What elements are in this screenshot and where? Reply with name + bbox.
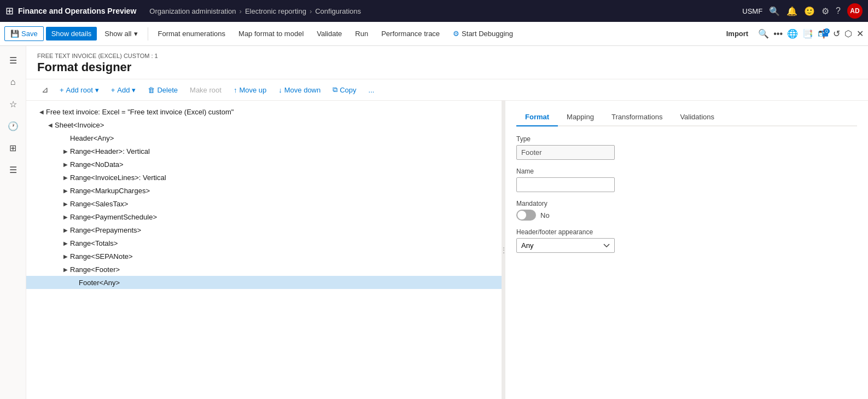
tab-mapping[interactable]: Mapping — [558, 109, 603, 126]
tree-item-range-prepayments[interactable]: ▶ Range<Prepayments> — [26, 223, 502, 236]
tree-item-range-paymentschedule[interactable]: ▶ Range<PaymentSchedule> — [26, 210, 502, 223]
root-toggle[interactable]: ◀ — [37, 107, 46, 116]
more-button[interactable]: ... — [363, 84, 380, 96]
show-details-button[interactable]: Show details — [46, 27, 97, 41]
range-markupcharges-toggle[interactable]: ▶ — [61, 186, 70, 195]
tab-transformations[interactable]: Transformations — [603, 109, 671, 126]
mandatory-value: No — [540, 211, 550, 219]
props-panel: Format Mapping Transformations Validatio… — [505, 101, 868, 399]
tree-item-header-any[interactable]: ▶ Header<Any> — [26, 131, 502, 144]
mandatory-toggle[interactable] — [516, 210, 536, 221]
range-totals-toggle[interactable]: ▶ — [61, 239, 70, 247]
tree-item-footer-any[interactable]: ▶ Footer<Any> — [26, 276, 502, 289]
tree-item-range-nodata[interactable]: ▶ Range<NoData> — [26, 158, 502, 171]
tab-format[interactable]: Format — [516, 109, 558, 126]
range-salestax-toggle[interactable]: ▶ — [61, 199, 70, 208]
header-footer-label: Header/footer appearance — [516, 228, 857, 236]
ribbon-close-icon[interactable]: ✕ — [857, 28, 864, 39]
topbar: ⊞ Finance and Operations Preview Organiz… — [0, 0, 868, 22]
map-format-button[interactable]: Map format to model — [233, 27, 309, 41]
ribbon-more-icon[interactable]: ••• — [773, 29, 783, 39]
nav-workspaces[interactable]: ⊞ — [3, 138, 23, 158]
ribbon-badge-icon[interactable]: 📬0 — [818, 28, 829, 39]
mandatory-field: Mandatory No — [516, 200, 857, 221]
notification-icon[interactable]: 🔔 — [787, 6, 797, 16]
copy-icon: ⧉ — [333, 85, 337, 94]
type-field: Type — [516, 135, 857, 160]
tab-validations[interactable]: Validations — [671, 109, 723, 126]
sheet-label: Sheet<Invoice> — [55, 121, 104, 129]
user-org: USMF — [742, 7, 762, 15]
import-button[interactable]: Import — [721, 27, 754, 41]
delete-icon: 🗑 — [148, 86, 155, 94]
tree-item-range-salestax[interactable]: ▶ Range<SalesTax> — [26, 197, 502, 210]
nav-home[interactable]: ⌂ — [3, 72, 23, 92]
run-button[interactable]: Run — [349, 27, 374, 41]
range-nodata-toggle[interactable]: ▶ — [61, 160, 70, 169]
range-footer-toggle[interactable]: ▶ — [61, 265, 70, 274]
emoji-icon[interactable]: 🙂 — [804, 6, 815, 16]
settings-icon[interactable]: ⚙ — [822, 6, 829, 16]
mandatory-toggle-row: No — [516, 210, 857, 221]
tree-item-range-totals[interactable]: ▶ Range<Totals> — [26, 236, 502, 250]
tree-item-range-footer[interactable]: ▶ Range<Footer> — [26, 263, 502, 276]
avatar[interactable]: AD — [847, 3, 863, 19]
search-icon[interactable]: 🔍 — [769, 6, 780, 16]
page-subtitle: FREE TEXT INVOICE (EXCEL) CUSTOM : 1 — [37, 53, 857, 59]
filter-icon[interactable]: ⊿ — [37, 83, 53, 97]
show-all-button[interactable]: Show all ▾ — [99, 27, 143, 41]
nav-list[interactable]: ☰ — [3, 160, 23, 180]
range-paymentschedule-toggle[interactable]: ▶ — [61, 212, 70, 221]
validate-button[interactable]: Validate — [311, 27, 347, 41]
copy-button[interactable]: ⧉ Copy — [327, 83, 362, 96]
tree-item-range-markupcharges[interactable]: ▶ Range<MarkupCharges> — [26, 184, 502, 197]
tree-item-sheet[interactable]: ◀ Sheet<Invoice> — [26, 118, 502, 131]
split-content: ◀ Free text invoice: Excel = "Free text … — [26, 101, 868, 399]
app-brand: Finance and Operations Preview — [18, 7, 136, 15]
range-prepayments-toggle[interactable]: ▶ — [61, 225, 70, 234]
save-button[interactable]: 💾 Save — [4, 26, 44, 41]
format-enumerations-button[interactable]: Format enumerations — [153, 27, 231, 41]
ribbon-bookmark-icon[interactable]: 📑 — [802, 28, 813, 39]
move-up-icon: ↑ — [234, 86, 237, 94]
ribbon-separator-1 — [148, 27, 148, 41]
help-icon[interactable]: ? — [836, 6, 841, 16]
ribbon-refresh-icon[interactable]: ↺ — [833, 28, 840, 39]
move-up-button[interactable]: ↑ Move up — [228, 84, 272, 96]
range-prepayments-label: Range<Prepayments> — [70, 226, 141, 234]
ribbon-open-icon[interactable]: ⬡ — [844, 28, 852, 39]
nav-hamburger[interactable]: ☰ — [3, 50, 23, 70]
performance-trace-button[interactable]: Performance trace — [376, 27, 445, 41]
header-footer-select[interactable]: Any First Last Even Odd — [516, 238, 615, 253]
tree-item-range-invoicelines[interactable]: ▶ Range<InvoiceLines>: Vertical — [26, 171, 502, 184]
tree-item-range-header[interactable]: ▶ Range<Header>: Vertical — [26, 144, 502, 158]
chevron-root: ▾ — [95, 86, 99, 94]
range-sepanote-toggle[interactable]: ▶ — [61, 252, 70, 261]
type-label: Type — [516, 135, 857, 143]
tree-item-range-sepanote[interactable]: ▶ Range<SEPANote> — [26, 250, 502, 263]
breadcrumb-org[interactable]: Organization administration — [149, 7, 236, 15]
type-input[interactable] — [516, 145, 615, 160]
add-button[interactable]: + Add ▾ — [106, 84, 142, 96]
start-debugging-button[interactable]: ⚙ Start Debugging — [447, 27, 519, 41]
range-sepanote-label: Range<SEPANote> — [70, 252, 133, 261]
delete-button[interactable]: 🗑 Delete — [142, 84, 183, 96]
breadcrumb-er[interactable]: Electronic reporting — [245, 7, 306, 15]
left-nav: ☰ ⌂ ☆ 🕐 ⊞ ☰ — [0, 46, 26, 399]
sheet-toggle[interactable]: ◀ — [46, 120, 55, 129]
range-invoicelines-label: Range<InvoiceLines>: Vertical — [70, 174, 166, 182]
add-root-button[interactable]: + Add root ▾ — [54, 84, 104, 96]
breadcrumb-config[interactable]: Configurations — [315, 7, 361, 15]
waffle-icon[interactable]: ⊞ — [5, 5, 14, 17]
name-input[interactable] — [516, 177, 615, 192]
move-down-button[interactable]: ↓ Move down — [273, 84, 326, 96]
range-nodata-label: Range<NoData> — [70, 160, 124, 169]
nav-favorites[interactable]: ☆ — [3, 94, 23, 114]
range-header-toggle[interactable]: ▶ — [61, 147, 70, 155]
topbar-right: USMF 🔍 🔔 🙂 ⚙ ? AD — [742, 3, 863, 19]
ribbon-search-icon[interactable]: 🔍 — [758, 28, 769, 39]
nav-recent[interactable]: 🕐 — [3, 116, 23, 136]
tree-root[interactable]: ◀ Free text invoice: Excel = "Free text … — [26, 105, 502, 118]
range-invoicelines-toggle[interactable]: ▶ — [61, 173, 70, 182]
ribbon-globe-icon[interactable]: 🌐 — [787, 28, 798, 39]
